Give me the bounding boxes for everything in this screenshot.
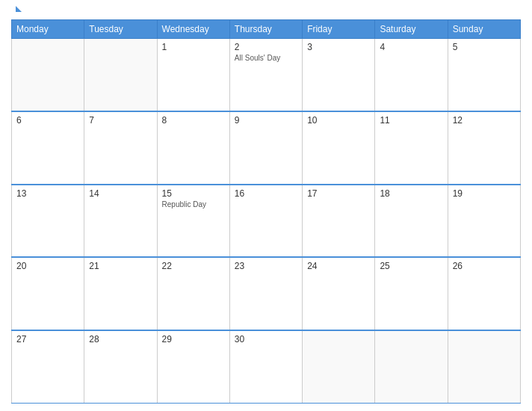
day-number: 10	[307, 115, 370, 126]
day-number: 9	[235, 115, 297, 126]
day-number: 28	[89, 334, 152, 344]
day-number: 17	[307, 188, 370, 199]
calendar-cell: 4	[375, 39, 448, 112]
calendar-week-row: 20212223242526	[12, 257, 521, 330]
page: MondayTuesdayWednesdayThursdayFridaySatu…	[0, 0, 532, 411]
calendar-cell: 17	[303, 185, 375, 258]
calendar-cell: 10	[303, 111, 375, 185]
day-number: 23	[235, 261, 297, 271]
calendar-cell: 20	[12, 257, 84, 330]
calendar-cell: 27	[12, 330, 84, 404]
day-number: 3	[307, 42, 370, 52]
day-number: 25	[380, 261, 442, 271]
weekday-header-friday: Friday	[303, 20, 375, 39]
day-number: 22	[162, 261, 225, 271]
day-number: 16	[235, 188, 297, 199]
calendar-body: 12All Souls' Day3456789101112131415Repub…	[12, 39, 521, 404]
calendar-cell: 9	[229, 111, 302, 185]
weekday-header-tuesday: Tuesday	[84, 20, 157, 39]
calendar-cell: 26	[448, 257, 520, 330]
calendar-cell: 18	[375, 185, 448, 258]
calendar-cell: 25	[375, 257, 448, 330]
calendar-cell	[12, 39, 84, 112]
calendar-cell: 6	[12, 111, 84, 185]
weekday-header-wednesday: Wednesday	[157, 20, 229, 39]
day-number: 18	[380, 188, 442, 199]
day-number: 2	[235, 42, 297, 52]
day-number: 4	[380, 42, 442, 52]
day-number: 29	[162, 334, 225, 344]
day-number: 6	[16, 115, 79, 126]
weekday-header-saturday: Saturday	[375, 20, 448, 39]
header	[11, 7, 521, 13]
weekday-header-row: MondayTuesdayWednesdayThursdayFridaySatu…	[12, 20, 521, 39]
calendar-cell: 12	[448, 111, 520, 185]
logo-triangle-icon	[16, 6, 22, 12]
calendar-cell: 22	[157, 257, 229, 330]
calendar-table: MondayTuesdayWednesdayThursdayFridaySatu…	[11, 19, 521, 404]
calendar-cell: 19	[448, 185, 520, 258]
calendar-cell: 2All Souls' Day	[229, 39, 302, 112]
day-number: 21	[89, 261, 152, 271]
day-number: 30	[235, 334, 297, 344]
calendar-cell: 8	[157, 111, 229, 185]
day-number: 5	[453, 42, 516, 52]
calendar-cell: 5	[448, 39, 520, 112]
day-number: 27	[16, 334, 79, 344]
day-number: 24	[307, 261, 370, 271]
calendar-cell: 30	[229, 330, 302, 404]
calendar-week-row: 6789101112	[12, 111, 521, 185]
day-number: 20	[16, 261, 79, 271]
calendar-cell: 1	[157, 39, 229, 112]
calendar-week-row: 12All Souls' Day345	[12, 39, 521, 112]
day-number: 1	[162, 42, 225, 52]
calendar-cell: 28	[84, 330, 157, 404]
day-number: 14	[89, 188, 152, 199]
calendar-cell: 13	[12, 185, 84, 258]
calendar-week-row: 131415Republic Day16171819	[12, 185, 521, 258]
calendar-cell: 23	[229, 257, 302, 330]
day-number: 26	[453, 261, 516, 271]
calendar-cell: 29	[157, 330, 229, 404]
day-number: 13	[16, 188, 79, 199]
calendar-cell	[303, 330, 375, 404]
calendar-cell: 3	[303, 39, 375, 112]
day-number: 8	[162, 115, 225, 126]
holiday-label: All Souls' Day	[235, 54, 297, 62]
day-number: 19	[453, 188, 516, 199]
calendar-cell: 14	[84, 185, 157, 258]
calendar-cell: 16	[229, 185, 302, 258]
day-number: 7	[89, 115, 152, 126]
calendar-header: MondayTuesdayWednesdayThursdayFridaySatu…	[12, 20, 521, 39]
calendar-cell	[375, 330, 448, 404]
calendar-cell	[84, 39, 157, 112]
holiday-label: Republic Day	[162, 200, 225, 208]
calendar-cell: 11	[375, 111, 448, 185]
weekday-header-monday: Monday	[12, 20, 84, 39]
calendar-cell	[448, 330, 520, 404]
calendar-week-row: 27282930	[12, 330, 521, 404]
weekday-header-sunday: Sunday	[448, 20, 520, 39]
day-number: 15	[162, 188, 225, 199]
calendar-cell: 7	[84, 111, 157, 185]
calendar-cell: 21	[84, 257, 157, 330]
logo	[15, 7, 22, 13]
weekday-header-thursday: Thursday	[229, 20, 302, 39]
day-number: 11	[380, 115, 442, 126]
day-number: 12	[453, 115, 516, 126]
calendar-cell: 24	[303, 257, 375, 330]
calendar-cell: 15Republic Day	[157, 185, 229, 258]
